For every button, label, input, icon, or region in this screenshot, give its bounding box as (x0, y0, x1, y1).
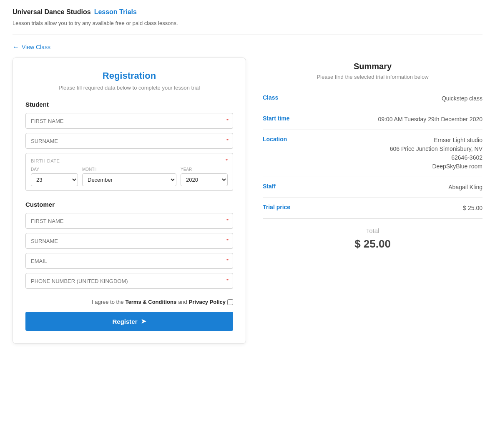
month-group: MONTH December (82, 167, 176, 186)
summary-total-value: $ 25.00 (263, 238, 482, 250)
birth-date-top: BIRTH DATE * (31, 158, 228, 164)
birth-date-section: BIRTH DATE * DAY 23 MONTH (25, 153, 233, 191)
back-link-label: View Class (22, 44, 50, 50)
required-star-customer-surname: * (226, 238, 229, 244)
summary-title: Summary (263, 62, 482, 71)
year-select[interactable]: 2020 (181, 173, 228, 186)
year-group: YEAR 2020 (181, 167, 228, 186)
registration-card: Registration Please fill required data b… (13, 58, 246, 344)
summary-row-value: 09:00 AM Tuesday 29th December 2020 (378, 115, 482, 124)
summary-subtitle: Please find the selected trial informati… (263, 74, 482, 80)
main-content: Registration Please fill required data b… (13, 58, 482, 344)
student-surname-field: * (25, 133, 233, 149)
page-wrapper: Universal Dance Studios Lesson Trials Le… (0, 0, 495, 352)
customer-first-name-input[interactable] (31, 218, 220, 224)
back-link[interactable]: ← View Class (13, 43, 482, 51)
back-arrow-icon: ← (13, 43, 19, 51)
terms-text-1: I agree to the (92, 299, 124, 305)
required-star-student-surname: * (226, 138, 229, 144)
divider (13, 35, 482, 35)
summary-row-value: $ 25.00 (463, 204, 482, 213)
summary-row: LocationErnser Light studio 606 Price Ju… (263, 130, 482, 177)
required-star-customer-firstname: * (226, 218, 229, 224)
customer-surname-field: * (25, 233, 233, 249)
summary-row-value: Quickstep class (442, 94, 482, 103)
required-star-birthdate: * (226, 158, 228, 164)
student-section-label: Student (25, 101, 233, 108)
header-description: Lesson trials allow you to try any avail… (13, 20, 482, 26)
customer-phone-field: * (25, 273, 233, 289)
register-button-label: Register (112, 318, 137, 325)
register-button[interactable]: Register ➤ (25, 312, 233, 331)
day-select[interactable]: 23 (31, 173, 78, 186)
nav-lesson-trials: Lesson Trials (94, 8, 137, 16)
student-first-name-field: * (25, 113, 233, 129)
register-arrow-icon: ➤ (141, 318, 146, 325)
student-first-name-input[interactable] (31, 118, 220, 124)
student-surname-input[interactable] (31, 138, 220, 144)
year-sublabel: YEAR (181, 167, 228, 172)
terms-text-2: and (178, 299, 187, 305)
summary-row-value: Abagail Kling (448, 183, 482, 192)
customer-phone-input[interactable] (31, 278, 220, 284)
summary-panel: Summary Please find the selected trial i… (263, 58, 482, 250)
summary-row-label: Start time (263, 115, 300, 122)
terms-conditions-link[interactable]: Terms & Conditions (126, 299, 177, 305)
summary-rows: ClassQuickstep classStart time09:00 AM T… (263, 88, 482, 219)
registration-subtitle: Please fill required data below to compl… (25, 85, 233, 91)
summary-row-label: Location (263, 136, 300, 143)
terms-checkbox[interactable] (227, 299, 233, 305)
customer-first-name-field: * (25, 213, 233, 229)
birth-date-label: BIRTH DATE (31, 158, 60, 163)
month-select[interactable]: December (82, 173, 176, 186)
summary-row: StaffAbagail Kling (263, 177, 482, 198)
month-sublabel: MONTH (82, 167, 176, 172)
summary-row: Start time09:00 AM Tuesday 29th December… (263, 109, 482, 130)
summary-row: Trial price$ 25.00 (263, 198, 482, 219)
terms-row: I agree to the Terms & Conditions and Pr… (25, 299, 233, 305)
student-section: Student * * BIRTH DATE * (25, 101, 233, 191)
day-sublabel: DAY (31, 167, 78, 172)
customer-section: Customer * * * * (25, 201, 233, 289)
required-star-student-firstname: * (226, 118, 229, 124)
required-star-customer-email: * (226, 258, 229, 264)
customer-email-input[interactable] (31, 258, 220, 264)
summary-row-label: Trial price (263, 204, 300, 210)
customer-section-label: Customer (25, 201, 233, 208)
registration-title: Registration (25, 70, 233, 81)
summary-row: ClassQuickstep class (263, 88, 482, 109)
birth-date-fields: DAY 23 MONTH December YEAR (31, 167, 228, 186)
summary-row-label: Class (263, 94, 300, 101)
customer-surname-input[interactable] (31, 238, 220, 244)
day-group: DAY 23 (31, 167, 78, 186)
header: Universal Dance Studios Lesson Trials (13, 8, 482, 16)
privacy-policy-link[interactable]: Privacy Policy (189, 299, 226, 305)
summary-row-value: Ernser Light studio 606 Price Junction S… (390, 136, 482, 171)
required-star-customer-phone: * (226, 278, 229, 284)
customer-email-field: * (25, 253, 233, 269)
summary-row-label: Staff (263, 183, 300, 190)
brand-name: Universal Dance Studios (13, 8, 91, 16)
summary-total-label: Total (263, 227, 482, 234)
